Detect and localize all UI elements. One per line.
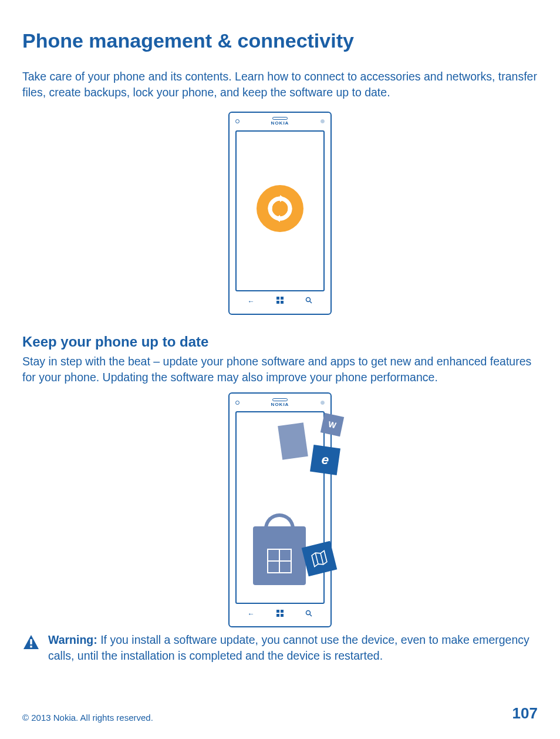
warning-body: If you install a software update, you ca… [48,633,529,662]
back-icon: ← [248,610,255,618]
speaker-icon [272,117,288,120]
svg-rect-15 [30,639,32,644]
phone-screen: W e [235,411,325,604]
sensor-icon [321,401,325,405]
svg-rect-10 [276,614,279,617]
phone-screen [235,130,325,291]
svg-rect-4 [276,301,279,304]
warning-icon [22,633,40,651]
svg-rect-8 [276,610,279,613]
svg-rect-11 [281,614,284,617]
windows-logo-icon [267,549,292,573]
app-tile-ie-icon: e [310,445,340,475]
page-number: 107 [512,704,538,723]
app-tile-generic-icon [278,422,308,460]
intro-paragraph: Take care of your phone and its contents… [22,69,538,101]
speaker-icon [272,398,288,401]
back-icon: ← [248,297,255,305]
figure-apps-phone: NOKIA W e ← [22,392,538,627]
svg-rect-3 [281,297,284,300]
svg-rect-16 [30,646,32,647]
svg-point-6 [306,298,311,302]
search-icon [305,610,312,619]
section-paragraph: Stay in step with the beat – update your… [22,354,538,386]
page-title: Phone management & connectivity [22,29,538,52]
phone-frame: NOKIA W e ← [228,392,332,627]
warning-label: Warning: [48,633,97,646]
app-tile-word-icon: W [321,413,344,436]
section-heading: Keep your phone up to date [22,334,538,350]
copyright: © 2013 Nokia. All rights reserved. [22,713,153,723]
sync-icon [257,185,303,232]
search-icon [305,297,312,305]
camera-icon [235,401,239,405]
phone-brand: NOKIA [239,120,321,126]
app-tile-maps-icon [302,541,338,577]
svg-rect-9 [281,610,284,613]
svg-rect-5 [281,301,284,304]
svg-line-7 [310,301,312,303]
warning-text: Warning: If you install a software updat… [48,632,538,664]
page-footer: © 2013 Nokia. All rights reserved. 107 [22,704,538,723]
phone-frame: NOKIA ← [228,112,332,315]
svg-rect-2 [276,297,279,300]
svg-point-12 [306,610,311,614]
phone-brand: NOKIA [239,402,321,407]
store-bag-icon [253,526,306,585]
warning-block: Warning: If you install a software updat… [22,632,538,664]
sensor-icon [321,119,325,123]
camera-icon [235,119,239,123]
windows-icon [276,297,284,305]
windows-icon [276,610,284,619]
svg-line-13 [310,614,312,616]
figure-sync-phone: NOKIA ← [22,112,538,315]
